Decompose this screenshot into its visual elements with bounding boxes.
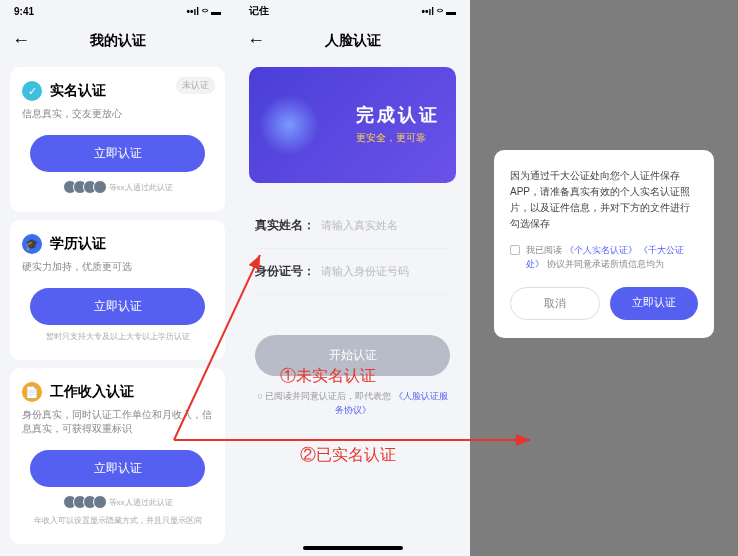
document-icon: 📄 [22,382,42,402]
back-icon[interactable]: ← [247,30,265,51]
name-field-row: 真实姓名： 请输入真实姓名 [255,203,450,249]
card-title: 实名认证 [50,82,106,100]
check-icon: ✓ [22,81,42,101]
check-icon[interactable]: ○ [257,391,262,401]
card-title: 工作收入认证 [50,383,134,401]
card-subtitle: 信息真实，交友更放心 [22,107,213,121]
card-subtitle: 硬实力加持，优质更可选 [22,260,213,274]
dialog-body: 因为通过千大公证处向您个人证件保存APP，请准备真实有效的个人实名认证照片，以及… [510,168,698,232]
page-title: 我的认证 [90,32,146,50]
avatar-text: 等xx人通过此认证 [109,497,173,508]
confirm-dialog: 因为通过千大公证处向您个人证件保存APP，请准备真实有效的个人实名认证照片，以及… [494,150,714,338]
status-icons: ••ıl ⌔ ▬ [421,6,456,17]
wifi-icon: ⌔ [202,6,208,17]
label-2: ②已实名认证 [300,445,396,466]
note-text: 暂时只支持大专及以上大专以上学历认证 [22,331,213,342]
banner-subtitle: 更安全，更可靠 [356,131,440,145]
name-input[interactable]: 请输入真实姓名 [321,218,398,233]
agreement-text: ○ 已阅读并同意认证后，即代表您 《人脸认证服务协议》 [235,390,470,417]
id-label: 身份证号： [255,263,321,280]
battery-icon: ▬ [211,6,221,17]
card-realname: 未认证 ✓ 实名认证 信息真实，交友更放心 立即认证 等xx人通过此认证 [10,67,225,212]
verify-button[interactable]: 立即认证 [30,288,205,325]
signal-icon: ••ıl [186,6,199,17]
back-icon[interactable]: ← [12,30,30,51]
checkbox[interactable] [510,245,520,255]
face-scan-icon [259,95,319,155]
home-indicator [303,546,403,550]
status-bar: 9:41 ••ıl ⌔ ▬ [0,0,235,22]
verify-button[interactable]: 立即认证 [30,135,205,172]
banner-title: 完成认证 [356,103,440,127]
time: 记住 [249,4,269,18]
verify-button[interactable]: 立即认证 [30,450,205,487]
cancel-button[interactable]: 取消 [510,287,600,320]
time: 9:41 [14,6,34,17]
avatar-row: 等xx人通过此认证 [22,495,213,509]
status-badge: 未认证 [176,77,215,94]
card-income: 📄 工作收入认证 身份真实，同时认证工作单位和月收入，信息真实，可获得双重标识 … [10,368,225,544]
avatar-row: 等xx人通过此认证 [22,180,213,194]
card-title: 学历认证 [50,235,106,253]
card-education: 🎓 学历认证 硬实力加持，优质更可选 立即认证 暂时只支持大专及以上大专以上学历… [10,220,225,360]
dialog-agreement: 我已阅读 《个人实名认证》 《千大公证处》 协议并同意承诺所填信息均为 [510,244,698,271]
signal-icon: ••ıl [421,6,434,17]
battery-icon: ▬ [446,6,456,17]
screen-face-auth: 记住 ••ıl ⌔ ▬ ← 人脸认证 完成认证 更安全，更可靠 真实姓名： 请输… [235,0,470,556]
id-input[interactable]: 请输入身份证号码 [321,264,409,279]
confirm-button[interactable]: 立即认证 [610,287,698,320]
form: 真实姓名： 请输入真实姓名 身份证号： 请输入身份证号码 [235,191,470,307]
status-icons: ••ıl ⌔ ▬ [186,6,221,17]
page-title: 人脸认证 [325,32,381,50]
label-1: ①未实名认证 [280,366,376,387]
graduation-icon: 🎓 [22,234,42,254]
card-subtitle: 身份真实，同时认证工作单位和月收入，信息真实，可获得双重标识 [22,408,213,436]
screen-dialog: 因为通过千大公证处向您个人证件保存APP，请准备真实有效的个人实名认证照片，以及… [470,0,738,556]
link-1[interactable]: 《个人实名认证》 [565,245,637,255]
header: ← 我的认证 [0,22,235,59]
screen-my-auth: 9:41 ••ıl ⌔ ▬ ← 我的认证 未认证 ✓ 实名认证 信息真实，交友更… [0,0,235,556]
wifi-icon: ⌔ [437,6,443,17]
name-label: 真实姓名： [255,217,321,234]
extra-note: 年收入可以设置显示隐藏方式，并且只显示区间 [22,515,213,526]
id-field-row: 身份证号： 请输入身份证号码 [255,249,450,295]
header: ← 人脸认证 [235,22,470,59]
banner: 完成认证 更安全，更可靠 [249,67,456,183]
avatar-text: 等xx人通过此认证 [109,182,173,193]
status-bar: 记住 ••ıl ⌔ ▬ [235,0,470,22]
